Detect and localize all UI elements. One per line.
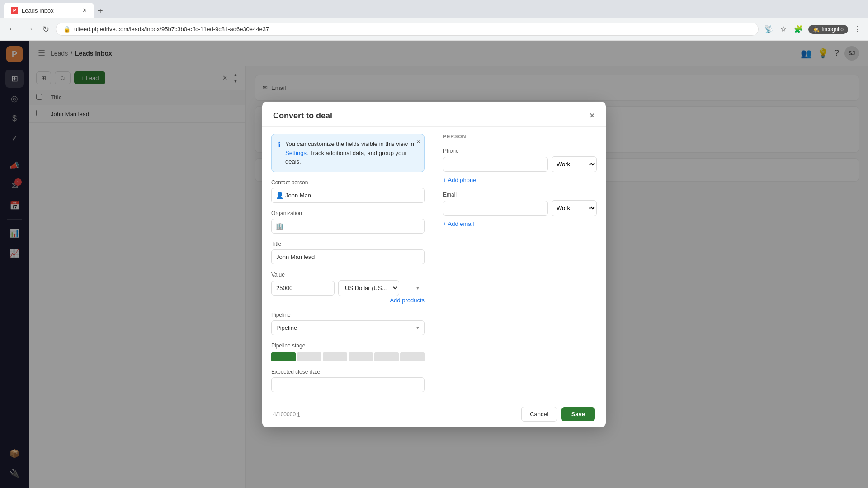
- settings-link[interactable]: Settings: [285, 150, 307, 156]
- contact-person-icon: 👤: [276, 192, 283, 199]
- phone-type-select[interactable]: Work Home Mobile Other: [552, 156, 597, 172]
- incognito-icon: 🕵: [813, 26, 820, 33]
- currency-select[interactable]: US Dollar (US...: [338, 280, 399, 296]
- char-count-value: 4/100000: [273, 411, 296, 418]
- modal-footer: 4/100000 ℹ Cancel Save: [262, 401, 606, 427]
- phone-input[interactable]: [443, 157, 548, 172]
- convert-to-deal-modal: Convert to deal × ℹ You can customize th…: [262, 102, 606, 427]
- add-products-button[interactable]: Add products: [390, 296, 425, 305]
- contact-person-input-wrapper: 👤: [271, 188, 425, 203]
- phone-label: Phone: [443, 148, 597, 154]
- browser-tab-active[interactable]: P Leads Inbox ×: [4, 3, 94, 18]
- pipeline-group: Pipeline Pipeline: [271, 312, 425, 335]
- organization-label: Organization: [271, 210, 425, 216]
- close-date-input[interactable]: [271, 377, 425, 392]
- organization-icon: 🏢: [276, 222, 283, 230]
- forward-button[interactable]: →: [23, 23, 36, 36]
- pipeline-select[interactable]: Pipeline: [271, 320, 425, 335]
- email-type-wrapper: Work Home Other: [552, 200, 597, 216]
- organization-group: Organization 🏢: [271, 210, 425, 234]
- info-banner-close-button[interactable]: ×: [416, 138, 420, 146]
- email-label: Email: [443, 192, 597, 198]
- pipeline-stage-label: Pipeline stage: [271, 343, 425, 349]
- menu-button[interactable]: ⋮: [852, 23, 863, 35]
- title-input[interactable]: [271, 249, 425, 264]
- pipeline-stage-bar[interactable]: [271, 352, 425, 361]
- phone-type-wrapper: Work Home Mobile Other: [552, 156, 597, 172]
- stage-pill-5[interactable]: [374, 352, 399, 361]
- refresh-button[interactable]: ↻: [40, 23, 52, 36]
- address-bar[interactable]: 🔒 uifeed.pipedrive.com/leads/inbox/95b7c…: [56, 23, 759, 36]
- cancel-button[interactable]: Cancel: [521, 407, 557, 422]
- contact-person-input[interactable]: [271, 188, 425, 203]
- back-button[interactable]: ←: [5, 23, 19, 36]
- value-group: Value US Dollar (US... Add products: [271, 272, 425, 305]
- close-date-label: Expected close date: [271, 369, 425, 375]
- contact-person-group: Contact person 👤: [271, 179, 425, 203]
- value-row: US Dollar (US...: [271, 280, 425, 296]
- phone-group: Phone Work Home Mobile Other + Add phone: [443, 148, 597, 184]
- tab-favicon: P: [11, 7, 18, 14]
- char-count: 4/100000 ℹ: [273, 411, 300, 418]
- organization-input-wrapper: 🏢: [271, 219, 425, 234]
- bookmark-icon[interactable]: ☆: [778, 23, 788, 35]
- char-count-info-icon[interactable]: ℹ: [297, 411, 300, 418]
- add-email-button[interactable]: + Add email: [443, 220, 474, 228]
- modal-right-panel: PERSON Phone Work Home Mobile Other: [434, 127, 606, 401]
- cast-icon[interactable]: 📡: [762, 23, 775, 35]
- tab-title: Leads Inbox: [22, 7, 54, 14]
- modal-left-panel: ℹ You can customize the fields visible i…: [262, 127, 434, 401]
- browser-chrome: P Leads Inbox × + ← → ↻ 🔒 uifeed.pipedri…: [0, 0, 868, 41]
- new-tab-button[interactable]: +: [94, 6, 107, 16]
- stage-pill-3[interactable]: [323, 352, 347, 361]
- save-button[interactable]: Save: [561, 407, 595, 421]
- value-label: Value: [271, 272, 425, 278]
- add-phone-button[interactable]: + Add phone: [443, 176, 476, 184]
- title-label: Title: [271, 241, 425, 247]
- pipeline-label: Pipeline: [271, 312, 425, 318]
- incognito-badge[interactable]: 🕵 Incognito: [808, 25, 848, 34]
- value-input[interactable]: [271, 281, 335, 296]
- close-date-group: Expected close date: [271, 369, 425, 392]
- email-input[interactable]: [443, 201, 548, 216]
- currency-select-wrapper: US Dollar (US...: [338, 280, 425, 296]
- person-section-header: PERSON: [443, 134, 597, 142]
- info-banner-icon: ℹ: [278, 141, 281, 166]
- title-group: Title: [271, 241, 425, 264]
- ssl-icon: 🔒: [63, 26, 71, 33]
- info-banner-text: You can customize the fields visible in …: [285, 140, 418, 166]
- contact-person-label: Contact person: [271, 179, 425, 186]
- organization-input[interactable]: [271, 219, 425, 234]
- incognito-label: Incognito: [821, 26, 844, 33]
- url-text: uifeed.pipedrive.com/leads/inbox/95b7c3b…: [74, 26, 269, 33]
- email-row: Work Home Other: [443, 200, 597, 216]
- stage-pill-2[interactable]: [297, 352, 321, 361]
- modal-title: Convert to deal: [273, 111, 332, 121]
- email-type-select[interactable]: Work Home Other: [552, 200, 597, 216]
- extensions-icon[interactable]: 🧩: [792, 23, 805, 35]
- pipeline-stage-group: Pipeline stage: [271, 343, 425, 361]
- tab-close-button[interactable]: ×: [83, 6, 87, 14]
- stage-pill-4[interactable]: [349, 352, 373, 361]
- email-group: Email Work Home Other + Add email: [443, 192, 597, 228]
- stage-pill-1[interactable]: [271, 352, 296, 361]
- pipeline-select-wrapper: Pipeline: [271, 320, 425, 335]
- modal-body: ℹ You can customize the fields visible i…: [262, 127, 606, 401]
- phone-row: Work Home Mobile Other: [443, 156, 597, 172]
- stage-pill-6[interactable]: [400, 352, 425, 361]
- modal-close-button[interactable]: ×: [589, 111, 595, 121]
- modal-header: Convert to deal ×: [262, 102, 606, 127]
- info-banner: ℹ You can customize the fields visible i…: [271, 134, 425, 172]
